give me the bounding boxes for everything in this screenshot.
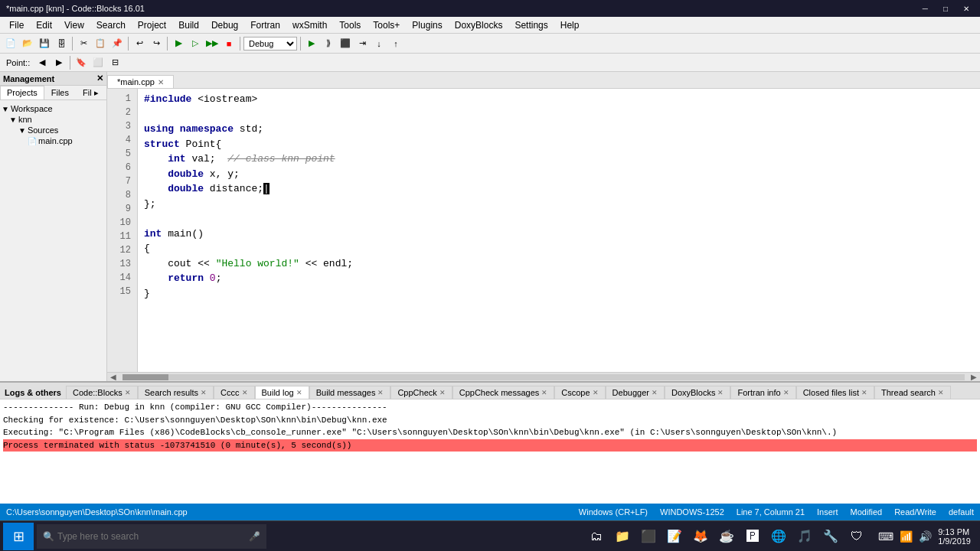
menu-debug[interactable]: Debug: [205, 18, 244, 32]
save-all-button[interactable]: 🗄: [54, 36, 69, 51]
fold-btn[interactable]: ⊟: [107, 55, 122, 70]
tab-cppcheck-msg[interactable]: CppCheck messages✕: [452, 386, 555, 399]
cut-button[interactable]: ✂: [76, 36, 91, 51]
tab-cccc-close[interactable]: ✕: [242, 389, 248, 396]
jump-fwd[interactable]: ▶: [51, 55, 67, 70]
open-button[interactable]: 📂: [20, 36, 35, 51]
taskbar-app2[interactable]: 🛡: [844, 524, 869, 549]
debug-step-next[interactable]: ⇥: [354, 36, 370, 51]
taskbar-java[interactable]: ☕: [714, 524, 739, 549]
taskview-icon[interactable]: 🗂: [584, 524, 609, 549]
maximize-button[interactable]: □: [939, 4, 952, 14]
menu-file[interactable]: File: [3, 18, 30, 32]
tab-debugger-close[interactable]: ✕: [652, 389, 658, 396]
menu-help[interactable]: Help: [554, 18, 586, 32]
menu-build[interactable]: Build: [172, 18, 205, 32]
start-button[interactable]: ⊞: [3, 523, 34, 550]
code-content[interactable]: #include <iostream> using namespace std;…: [138, 89, 980, 372]
menu-project[interactable]: Project: [132, 18, 172, 32]
tray-icon-1[interactable]: ⌨: [878, 530, 893, 543]
menu-tools-plus[interactable]: Tools+: [367, 18, 406, 32]
stop-button[interactable]: ■: [221, 36, 237, 51]
tab-cppcheck[interactable]: CppCheck✕: [390, 386, 452, 399]
tab-fortran-close[interactable]: ✕: [783, 389, 789, 396]
tab-buildmsg-close[interactable]: ✕: [377, 389, 384, 396]
tab-searchresults-close[interactable]: ✕: [201, 389, 207, 396]
tab-fil[interactable]: Fil ▸: [76, 86, 106, 99]
tab-buildlog-close[interactable]: ✕: [296, 389, 302, 396]
tab-doxyblocks[interactable]: DoxyBlocks✕: [665, 386, 730, 399]
tab-build-messages[interactable]: Build messages✕: [309, 386, 391, 399]
debug-stop[interactable]: ⬛: [338, 36, 353, 51]
paste-button[interactable]: 📌: [109, 36, 125, 51]
undo-button[interactable]: ↩: [132, 36, 147, 51]
editor-tab-main-cpp[interactable]: *main.cpp ✕: [107, 75, 174, 88]
tab-cscope[interactable]: Cscope✕: [554, 386, 605, 399]
tab-files[interactable]: Files: [44, 86, 76, 99]
tab-codeblocks-close[interactable]: ✕: [125, 389, 131, 396]
tab-doxy-close[interactable]: ✕: [717, 389, 724, 396]
debug-button[interactable]: ▶: [304, 36, 319, 51]
taskbar-app1[interactable]: 🔧: [818, 524, 843, 549]
menu-edit[interactable]: Edit: [30, 18, 58, 32]
tab-closed-files[interactable]: Closed files list✕: [796, 386, 874, 399]
tab-debugger[interactable]: Debugger✕: [606, 386, 665, 399]
tab-cppcheck-close[interactable]: ✕: [439, 389, 446, 396]
debug-step-out[interactable]: ↑: [388, 36, 403, 51]
tree-sources[interactable]: ▼ Sources: [0, 125, 106, 135]
jump-back[interactable]: ◀: [34, 55, 50, 70]
tab-fortran[interactable]: Fortran info✕: [730, 386, 795, 399]
save-button[interactable]: 💾: [37, 36, 52, 51]
taskbar-cmd[interactable]: ⬛: [636, 524, 661, 549]
tab-close-button[interactable]: ✕: [158, 78, 164, 86]
hscroll-thumb[interactable]: [122, 374, 168, 380]
minimize-button[interactable]: ─: [918, 4, 933, 14]
menu-search[interactable]: Search: [90, 18, 132, 32]
menu-plugins[interactable]: Plugins: [406, 18, 448, 32]
tree-workspace[interactable]: ▼ Workspace: [0, 103, 106, 114]
close-button[interactable]: ✕: [959, 4, 974, 14]
build-button[interactable]: ▶: [171, 36, 186, 51]
copy-button[interactable]: 📋: [93, 36, 108, 51]
taskbar-music[interactable]: 🎵: [792, 524, 817, 549]
debug-step-in[interactable]: ↓: [371, 36, 387, 51]
taskbar-photoshop[interactable]: 🅿: [740, 524, 765, 549]
menu-tools[interactable]: Tools: [333, 18, 367, 32]
menu-fortran[interactable]: Fortran: [244, 18, 286, 32]
search-input[interactable]: [57, 531, 246, 542]
tab-cscope-close[interactable]: ✕: [593, 389, 599, 396]
redo-button[interactable]: ↪: [149, 36, 164, 51]
tree-main-cpp[interactable]: 📄 main.cpp: [0, 135, 106, 146]
tray-volume-icon[interactable]: 🔊: [919, 530, 932, 543]
menu-view[interactable]: View: [58, 18, 90, 32]
build-config-select[interactable]: Debug Release: [243, 37, 297, 51]
debug-continue[interactable]: ⟫: [321, 36, 336, 51]
tray-network-icon[interactable]: 📶: [900, 530, 913, 543]
build-run-button[interactable]: ▶▶: [204, 36, 220, 51]
management-close[interactable]: ✕: [96, 73, 103, 83]
hscroll[interactable]: ◀ ▶: [107, 372, 980, 381]
tab-build-log[interactable]: Build log✕: [255, 386, 309, 399]
tab-thread-search[interactable]: Thread search✕: [874, 386, 951, 399]
tab-codeblocks[interactable]: Code::Blocks✕: [66, 386, 138, 399]
taskbar-chrome[interactable]: 🌐: [766, 524, 791, 549]
tab-search-results[interactable]: Search results✕: [138, 386, 214, 399]
menu-settings[interactable]: Settings: [508, 18, 554, 32]
taskbar-notepad[interactable]: 📝: [662, 524, 687, 549]
search-bar[interactable]: 🔍 🎤: [37, 524, 266, 549]
tab-closedfiles-close[interactable]: ✕: [861, 389, 867, 396]
bookmark2[interactable]: ⬜: [90, 55, 106, 70]
taskbar-firefox[interactable]: 🦊: [688, 524, 713, 549]
run-button[interactable]: ▷: [188, 36, 203, 51]
tree-knn[interactable]: ▼ knn: [0, 114, 106, 125]
new-file-button[interactable]: 📄: [3, 36, 18, 51]
menu-wxsmith[interactable]: wxSmith: [286, 18, 333, 32]
taskbar-explorer[interactable]: 📁: [610, 524, 635, 549]
hscroll-track[interactable]: [122, 374, 965, 380]
menu-doxyblocks[interactable]: DoxyBlocks: [449, 18, 509, 32]
tab-cccc[interactable]: Cccc✕: [214, 386, 254, 399]
tab-projects[interactable]: Projects: [0, 86, 44, 99]
tab-cppcheck-msg-close[interactable]: ✕: [541, 389, 547, 396]
bookmark1[interactable]: 🔖: [74, 55, 89, 70]
code-area[interactable]: 12345 678910 1112131415 #include <iostre…: [107, 89, 980, 372]
